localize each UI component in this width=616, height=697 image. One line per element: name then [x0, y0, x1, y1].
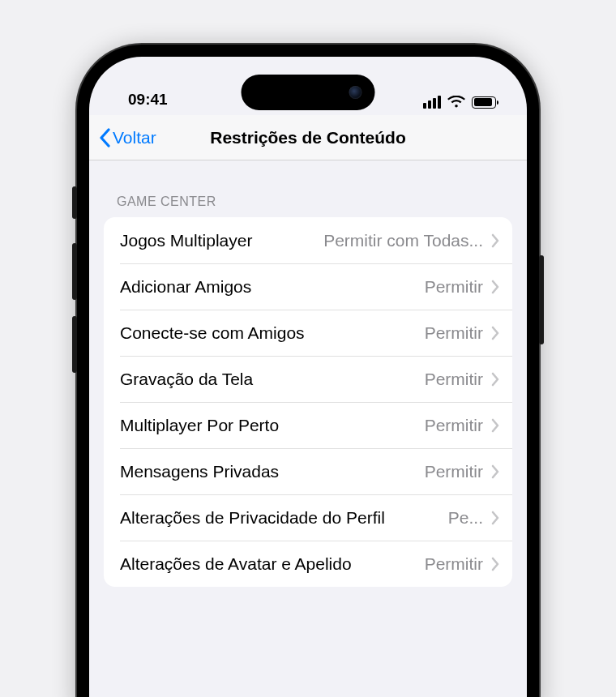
list-item-value: Permitir — [425, 554, 483, 574]
volume-up-button — [72, 243, 77, 300]
phone-frame: 09:41 Voltar Restrições de Cont — [77, 45, 539, 697]
front-camera — [349, 86, 362, 99]
list-item-label: Mensagens Privadas — [120, 462, 425, 481]
chevron-right-icon — [491, 326, 499, 340]
list-item[interactable]: Jogos MultiplayerPermitir com Todas... — [104, 217, 512, 263]
list-item-value: Permitir com Todas... — [323, 231, 483, 250]
back-button[interactable]: Voltar — [99, 128, 156, 148]
list-item[interactable]: Alterações de Avatar e ApelidoPermitir — [104, 541, 512, 587]
volume-down-button — [72, 316, 77, 373]
mute-switch — [72, 186, 77, 219]
dynamic-island — [242, 75, 375, 110]
status-time: 09:41 — [128, 91, 168, 109]
list-item[interactable]: Conecte-se com AmigosPermitir — [104, 310, 512, 356]
list-item-label: Jogos Multiplayer — [120, 231, 323, 250]
list-item[interactable]: Gravação da TelaPermitir — [104, 356, 512, 402]
navigation-bar: Voltar Restrições de Conteúdo — [89, 115, 527, 160]
list-item[interactable]: Mensagens PrivadasPermitir — [104, 448, 512, 494]
list-item-value: Permitir — [425, 416, 483, 435]
list-item-label: Adicionar Amigos — [120, 277, 425, 297]
settings-list-group: Jogos MultiplayerPermitir com Todas...Ad… — [104, 217, 512, 587]
chevron-right-icon — [491, 418, 499, 433]
chevron-right-icon — [491, 233, 499, 248]
chevron-right-icon — [491, 280, 499, 294]
list-item[interactable]: Alterações de Privacidade do PerfilPe... — [104, 494, 512, 541]
list-item-value: Permitir — [425, 277, 483, 297]
wifi-icon — [447, 96, 465, 109]
list-item-value: Permitir — [425, 323, 483, 343]
chevron-right-icon — [491, 557, 499, 571]
list-item-value: Pe... — [448, 508, 483, 528]
list-item-value: Permitir — [425, 462, 483, 481]
list-item-label: Alterações de Privacidade do Perfil — [120, 508, 448, 528]
content-area: GAME CENTER Jogos MultiplayerPermitir co… — [89, 160, 527, 587]
list-item-label: Gravação da Tela — [120, 370, 425, 389]
list-item-label: Multiplayer Por Perto — [120, 416, 425, 435]
chevron-left-icon — [99, 128, 111, 148]
section-header-game-center: GAME CENTER — [89, 160, 527, 217]
screen: 09:41 Voltar Restrições de Cont — [89, 57, 527, 697]
list-item-label: Conecte-se com Amigos — [120, 323, 425, 343]
list-item[interactable]: Multiplayer Por PertoPermitir — [104, 402, 512, 448]
power-button — [539, 255, 544, 344]
chevron-right-icon — [491, 464, 499, 479]
chevron-right-icon — [491, 372, 499, 387]
battery-icon — [472, 96, 496, 109]
chevron-right-icon — [491, 511, 499, 525]
cellular-signal-icon — [423, 96, 441, 109]
list-item-value: Permitir — [425, 370, 483, 389]
list-item[interactable]: Adicionar AmigosPermitir — [104, 263, 512, 310]
list-item-label: Alterações de Avatar e Apelido — [120, 554, 425, 574]
back-label: Voltar — [113, 128, 156, 148]
